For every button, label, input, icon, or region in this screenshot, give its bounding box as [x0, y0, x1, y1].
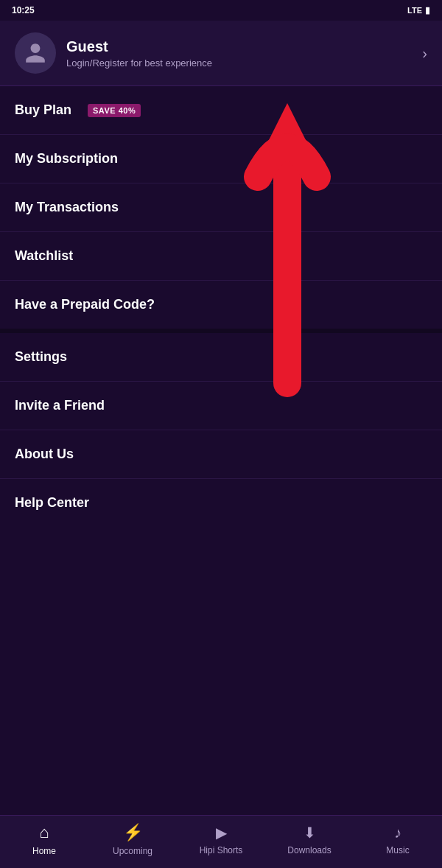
menu-item-left-watchlist: Watchlist — [15, 248, 73, 264]
battery-icon: ▮ — [425, 5, 430, 15]
menu-item-left-help: Help Center — [15, 495, 89, 511]
menu-label-help-center: Help Center — [15, 495, 89, 511]
nav-item-upcoming[interactable]: ⚡ Upcoming — [88, 823, 177, 856]
nav-label-upcoming: Upcoming — [113, 846, 152, 856]
menu-label-watchlist: Watchlist — [15, 248, 73, 264]
nav-label-downloads: Downloads — [287, 845, 331, 855]
nav-item-hipi-shorts[interactable]: ▶ Hipi Shorts — [177, 824, 265, 855]
menu-item-invite-friend[interactable]: Invite a Friend — [0, 382, 442, 430]
bottom-nav: ⌂ Home ⚡ Upcoming ▶ Hipi Shorts ⬇ Downlo… — [0, 815, 442, 868]
avatar — [15, 32, 56, 74]
user-name: Guest — [66, 38, 212, 55]
menu-item-left-transactions: My Transactions — [15, 200, 119, 215]
hipi-shorts-icon: ▶ — [216, 824, 227, 841]
menu-section-main: Buy Plan SAVE 40% My Subscription My Tra… — [0, 86, 442, 329]
menu-item-my-subscription[interactable]: My Subscription — [0, 135, 442, 183]
home-icon: ⌂ — [39, 823, 49, 842]
menu-label-settings: Settings — [15, 349, 67, 365]
menu-item-left: Buy Plan SAVE 40% — [15, 102, 141, 118]
nav-label-hipi-shorts: Hipi Shorts — [200, 845, 243, 855]
menu-label-my-subscription: My Subscription — [15, 151, 118, 167]
nav-label-music: Music — [386, 845, 409, 855]
nav-label-home: Home — [32, 846, 56, 856]
status-right: LTE ▮ — [407, 5, 430, 15]
menu-item-watchlist[interactable]: Watchlist — [0, 232, 442, 281]
user-text: Guest Login/Register for best experience — [66, 38, 212, 69]
user-header[interactable]: Guest Login/Register for best experience… — [0, 21, 442, 86]
menu-item-left-about: About Us — [15, 447, 74, 462]
user-subtitle: Login/Register for best experience — [66, 57, 212, 69]
nav-item-music[interactable]: ♪ Music — [354, 825, 442, 855]
menu-item-help-center[interactable]: Help Center — [0, 479, 442, 527]
nav-item-home[interactable]: ⌂ Home — [0, 823, 88, 856]
menu-label-prepaid-code: Have a Prepaid Code? — [15, 297, 155, 312]
menu-item-prepaid-code[interactable]: Have a Prepaid Code? — [0, 281, 442, 329]
save-badge: SAVE 40% — [88, 104, 141, 117]
menu-item-left-prepaid: Have a Prepaid Code? — [15, 297, 155, 312]
menu-content: Buy Plan SAVE 40% My Subscription My Tra… — [0, 86, 442, 586]
user-avatar-icon — [24, 41, 47, 65]
menu-item-about-us[interactable]: About Us — [0, 430, 442, 479]
user-info: Guest Login/Register for best experience — [15, 32, 212, 74]
menu-item-left-invite: Invite a Friend — [15, 398, 105, 413]
menu-label-about-us: About Us — [15, 447, 74, 462]
menu-label-buy-plan: Buy Plan — [15, 102, 71, 118]
menu-label-invite-friend: Invite a Friend — [15, 398, 105, 413]
menu-item-buy-plan[interactable]: Buy Plan SAVE 40% — [0, 86, 442, 135]
status-time: 10:25 — [12, 5, 35, 15]
menu-item-left-settings: Settings — [15, 349, 67, 365]
menu-section-secondary: Settings Invite a Friend About Us Help C… — [0, 333, 442, 527]
upcoming-icon: ⚡ — [123, 823, 143, 842]
menu-label-my-transactions: My Transactions — [15, 200, 119, 215]
menu-item-left-subscription: My Subscription — [15, 151, 118, 167]
status-bar: 10:25 LTE ▮ — [0, 0, 442, 21]
nav-item-downloads[interactable]: ⬇ Downloads — [265, 824, 354, 855]
downloads-icon: ⬇ — [304, 824, 316, 841]
music-icon: ♪ — [394, 825, 401, 841]
menu-item-my-transactions[interactable]: My Transactions — [0, 183, 442, 232]
signal-icon: LTE — [407, 6, 422, 15]
menu-item-settings[interactable]: Settings — [0, 333, 442, 382]
chevron-right-icon[interactable]: › — [422, 45, 427, 62]
